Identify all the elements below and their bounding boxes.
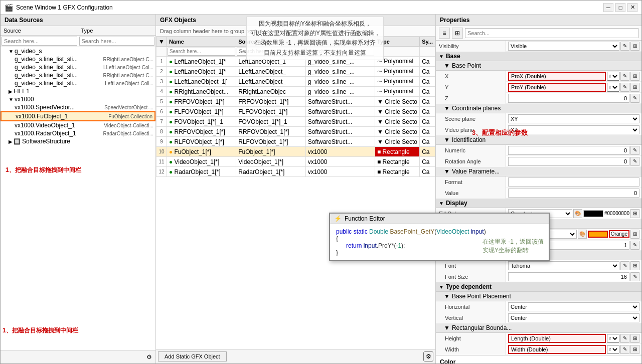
maximize-button[interactable]: □ [615,3,625,12]
table-row[interactable]: 11 ● VideoObject_1[*] VideoObject_1[*] v… [156,157,435,167]
list-item[interactable]: vx1000.SpeedVector... SpeedVectorObject-… [1,103,155,111]
identification-subsection[interactable]: ▼ Identification [436,135,641,145]
list-item[interactable]: g_video_s.line_list_sli... LeftLaneObjec… [1,79,155,87]
fillcolor-picker-button[interactable]: 🎨 [573,209,582,218]
typedep-section-header[interactable]: ▼ Type dependent [436,282,641,292]
display-section-header[interactable]: ▼ Display [436,199,641,208]
table-row[interactable]: 3 ● LLeftLaneObject_1[ LLeftLaneObject_ … [156,77,435,87]
list-item[interactable]: g_video_s.line_list_sli... RRightLaneObj… [1,71,155,79]
list-item[interactable]: vx1000.VideoObject_1 VideoObject-Collect… [1,121,155,129]
table-row[interactable]: 1 ● LeftLaneObject_1[* LeftLaneObject_1 … [156,57,435,67]
stroke-color-name: Orange [609,230,629,238]
rotation-edit-button[interactable]: ✎ [630,157,639,166]
font-select[interactable]: Tahoma [508,261,619,270]
close-button[interactable]: ✕ [627,3,637,12]
col-sy[interactable]: Sy... [420,37,435,47]
scene-plane-label: Scene plane [436,113,506,124]
numeric-edit-button[interactable]: ✎ [630,146,639,155]
table-row[interactable]: 4 ● RRightLaneObject... RRightLaneObjec … [156,87,435,97]
y-label: Y [436,82,506,93]
gfx-settings-button[interactable]: ⚙ [423,351,433,361]
table-row-fuobject[interactable]: 10 ● FuObject_1[*] FuObject_1[*] vx1000 … [156,147,435,157]
col-filter[interactable]: ▼ [156,37,167,47]
visibility-edit-button[interactable]: ✎ [620,42,629,51]
rectbounds-subsection[interactable]: ▼ Rectangular Bounda... [436,323,641,333]
device-search[interactable] [306,48,374,56]
table-row[interactable]: 6 ● FLFOVObject_1[*] FLFOVObject_1[*] So… [156,107,435,117]
x-unit-select[interactable]: m [607,72,619,81]
valueparams-label: Value Paramete... [452,168,500,175]
width-unit-select[interactable]: m [607,345,619,354]
table-row[interactable]: 2 ● LeftLaneObject_1[* LLeftLaneObject_ … [156,67,435,77]
col-device[interactable]: Device [305,37,375,47]
tree-item-gvideo[interactable]: ▼ g_video_s [1,47,155,55]
y-edit-button[interactable]: ✎ [620,83,629,92]
height-edit-button[interactable]: ✎ [620,334,629,343]
z-input[interactable] [508,94,629,103]
height-menu-button[interactable]: ⊞ [630,334,639,343]
z-edit-button[interactable]: ✎ [630,94,639,103]
col-name[interactable]: Name [167,37,236,47]
video-plane-select[interactable]: XZ [508,125,639,134]
scene-plane-select[interactable]: XY [508,114,639,123]
source-search-input[interactable] [2,37,77,46]
font-menu-button[interactable]: ⊞ [630,261,639,270]
format-input[interactable] [508,177,639,187]
props-grid-button[interactable]: ⊞ [452,28,463,39]
coordplanes-subsection[interactable]: ▼ Coordinate planes [436,104,641,113]
table-row[interactable]: 7 ● FOVObject_1[*]_1 FOVObject_1[*]_1 So… [156,117,435,127]
x-menu-button[interactable]: ⊞ [630,72,639,81]
stroke-picker-button[interactable]: 🎨 [578,230,587,239]
width-menu-button[interactable]: ⊞ [630,345,639,354]
x-edit-button[interactable]: ✎ [620,72,629,81]
table-row[interactable]: 12 ● RadarObject_1[*] RadarObject_1[*] v… [156,167,435,177]
fontsize-edit-button[interactable]: ✎ [630,272,639,281]
base-section-header[interactable]: ▼ Base [436,52,641,61]
name-search[interactable] [168,48,235,56]
color-section-title: Color [440,358,637,363]
col-type[interactable]: Type [375,37,420,47]
settings-button[interactable]: ⚙ [144,352,154,362]
basepoint-subsection[interactable]: ▼ Base Point [436,61,641,71]
tree-item-file1[interactable]: ▶ FILE1 [1,87,155,95]
props-list-button[interactable]: ≡ [439,28,450,39]
valueparams-subsection[interactable]: ▼ Value Paramete... [436,167,641,176]
tree-item-vx1000[interactable]: ▼ vx1000 [1,95,155,103]
fontsize-label: Font Size [436,271,506,282]
col-source[interactable]: Source [236,37,305,47]
fillcolor-select-button[interactable]: ⊞ [630,209,639,218]
width-label: Width [436,344,506,355]
thickness-edit-button[interactable]: ✎ [630,241,639,250]
table-row[interactable]: 9 ● RLFOVObject_1[*] RLFOVObject_1[*] So… [156,137,435,147]
rotation-input[interactable] [508,157,629,166]
font-edit-button[interactable]: ✎ [620,261,629,270]
list-item[interactable]: g_video_s.line_list_sli... LLeftLaneObje… [1,63,155,71]
list-item[interactable]: g_video_s.line_list_sli... RRightLaneObj… [1,55,155,63]
properties-search-input[interactable] [465,28,638,38]
minimize-button[interactable]: ─ [603,3,613,12]
horizontal-select[interactable]: Center [508,302,639,311]
y-menu-button[interactable]: ⊞ [630,83,639,92]
base-section-label: Base [446,53,460,60]
source-search[interactable] [237,48,304,56]
height-unit-select[interactable]: m [607,334,619,343]
y-unit-select[interactable]: m [607,83,619,92]
tree-item-fuobject[interactable]: vx1000.FuObject_1 FuObject-Collection [1,111,155,121]
value-input[interactable] [508,189,639,198]
tree-label: g_video_s.line_list_sli... [15,64,103,71]
visibility-dropdown[interactable]: Visible [508,42,619,51]
bpp-subsection[interactable]: ▼ Base Point Placement [436,292,641,301]
tree-item-sw[interactable]: ▶ 🔲 SoftwareStructure [1,137,155,145]
add-static-gfx-button[interactable]: Add Static GFX Object [158,351,227,361]
fontsize-input[interactable] [508,272,629,281]
type-search-input[interactable] [79,37,155,46]
table-row[interactable]: 5 ● FRFOVObject_1[*] FRFOVObject_1[*] So… [156,97,435,107]
table-row[interactable]: 8 ● RRFOVObject_1[*] RRFOVObject_1[*] So… [156,127,435,137]
vertical-select[interactable]: Center [508,313,639,322]
width-edit-button[interactable]: ✎ [620,345,629,354]
numeric-input[interactable] [508,146,629,155]
visibility-link-button[interactable]: ⊞ [630,42,639,51]
list-item[interactable]: vx1000.RadarObject_1 RadarObject-Collect… [1,129,155,137]
stroke-color-select[interactable]: ⊞ [630,230,639,239]
ident-arrow: ▼ [444,136,450,143]
